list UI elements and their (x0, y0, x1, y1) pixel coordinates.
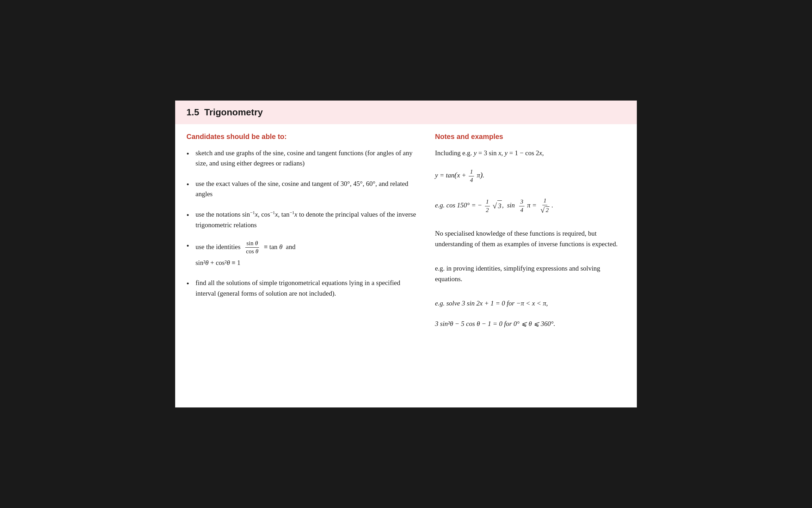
bullet-item: • use the exact values of the sine, cosi… (186, 179, 417, 199)
notes-block-3: No specialised knowledge of these functi… (435, 228, 626, 250)
bullet-dot: • (186, 179, 189, 190)
section-number: 1.5 (186, 107, 199, 117)
notes-text-1: Including e.g. y = 3 sin x, y = 1 − cos … (435, 148, 626, 158)
identity-block: sin²θ + cos²θ ≡ 1 (196, 258, 418, 268)
bullet-item: • find all the solutions of simple trigo… (186, 278, 417, 298)
bullet-item: • use the identities sin θ cos θ ≡ tan θ… (186, 240, 417, 268)
fraction-denominator: 2 (485, 206, 490, 214)
sqrt-content: 3 (497, 200, 502, 211)
bullet-list: • sketch and use graphs of the sine, cos… (186, 148, 417, 298)
left-column: Candidates should be able to: • sketch a… (186, 131, 428, 339)
bullet-text-3: use the notations sin−1x, cos−1x, tan−1x… (196, 209, 418, 230)
header-section: 1.5 Trigonometry (175, 101, 637, 124)
bullet-dot: • (186, 149, 189, 159)
right-column: Notes and examples Including e.g. y = 3 … (428, 131, 626, 339)
right-column-heading: Notes and examples (435, 133, 626, 141)
bullet-text-4: use the identities sin θ cos θ ≡ tan θ a… (196, 240, 418, 268)
fraction-numerator: 1 (542, 197, 548, 205)
fraction-denominator: cos θ (245, 248, 259, 255)
fraction-denominator: 4 (519, 206, 524, 214)
fraction-sin-cos: sin θ cos θ (245, 240, 259, 255)
notes-text-5: e.g. solve 3 sin 2x + 1 = 0 for −π < x <… (435, 298, 626, 309)
fraction-numerator: sin θ (245, 240, 259, 248)
sqrt-symbol: √ (493, 200, 497, 212)
content-area: Candidates should be able to: • sketch a… (175, 124, 637, 350)
notes-text-3: No specialised knowledge of these functi… (435, 228, 626, 250)
bullet-text-2: use the exact values of the sine, cosine… (196, 179, 418, 199)
bullet-dot: • (186, 210, 189, 221)
bullet-text-1: sketch and use graphs of the sine, cosin… (196, 148, 418, 169)
fraction-one-sqrt2: 1 √2 (539, 197, 550, 215)
notes-block-5: e.g. solve 3 sin 2x + 1 = 0 for −π < x <… (435, 298, 626, 329)
fraction-three-quarters: 3 4 (519, 198, 524, 214)
section-heading: Trigonometry (204, 107, 263, 117)
fraction-denominator: 4 (469, 176, 474, 184)
fraction-denominator: √2 (539, 205, 550, 215)
notes-text-2: e.g. cos 150° = − 1 2 √3 , sin 3 4 π = 1 (435, 197, 626, 215)
fraction-numerator: 1 (485, 198, 490, 206)
fraction-numerator: 3 (519, 198, 524, 206)
fraction-quarter: 1 4 (469, 168, 474, 184)
bullet-item: • use the notations sin−1x, cos−1x, tan−… (186, 209, 417, 230)
fraction-half: 1 2 (485, 198, 490, 214)
bullet-dot: • (186, 278, 189, 289)
bullet-item: • sketch and use graphs of the sine, cos… (186, 148, 417, 169)
notes-block-4: e.g. in proving identities, simplifying … (435, 263, 626, 285)
bullet-text-5: find all the solutions of simple trigono… (196, 278, 418, 298)
section-title: 1.5 Trigonometry (186, 107, 263, 117)
page-container: 1.5 Trigonometry Candidates should be ab… (175, 101, 637, 407)
notes-math-1: y = tan(x + 1 4 π). (435, 168, 626, 184)
bullet-dot: • (186, 241, 189, 252)
notes-block-1: Including e.g. y = 3 sin x, y = 1 − cos … (435, 148, 626, 184)
sqrt-3: √3 (493, 200, 502, 212)
sqrt-2: √2 (540, 206, 549, 215)
sqrt-content-2: 2 (545, 206, 550, 214)
left-column-heading: Candidates should be able to: (186, 133, 417, 141)
sqrt-symbol-2: √ (540, 206, 545, 215)
fraction-numerator: 1 (469, 168, 474, 176)
notes-math-5b: 3 sin²θ − 5 cos θ − 1 = 0 for 0° ⩽ θ ⩽ 3… (435, 319, 626, 329)
notes-block-2: e.g. cos 150° = − 1 2 √3 , sin 3 4 π = 1 (435, 197, 626, 215)
notes-text-4: e.g. in proving identities, simplifying … (435, 263, 626, 285)
